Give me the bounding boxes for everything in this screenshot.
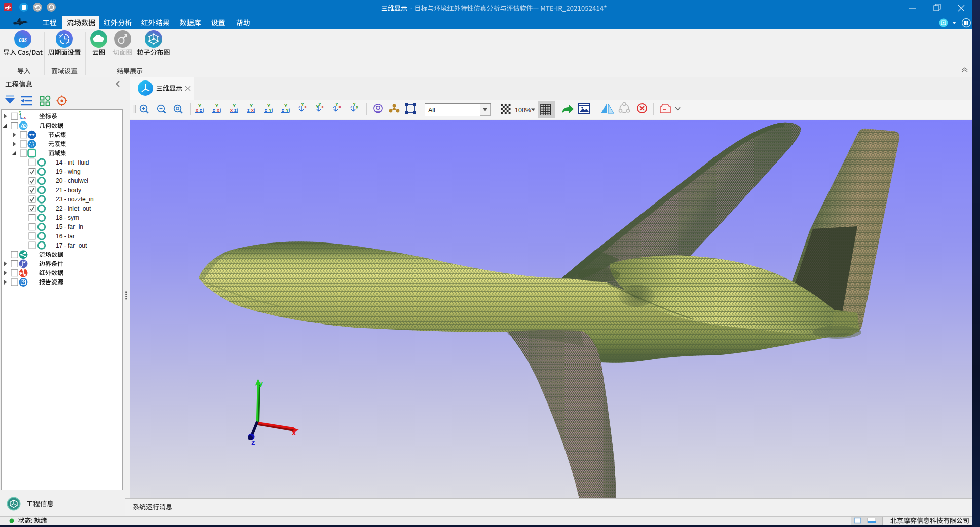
svg-text:Y: Y — [284, 103, 287, 108]
svg-text:z: z — [200, 108, 202, 113]
svg-text:Y: Y — [353, 102, 356, 107]
svg-text:Y: Y — [233, 103, 236, 108]
svg-text:22 - inlet_out: 22 - inlet_out — [56, 205, 91, 212]
svg-text:x: x — [217, 108, 219, 113]
svg-text:y: y — [259, 379, 263, 387]
svg-text:Y: Y — [215, 103, 218, 108]
svg-text:17 - far_out: 17 - far_out — [56, 242, 87, 249]
svg-text:All: All — [428, 107, 435, 114]
svg-text:x: x — [338, 104, 341, 109]
svg-text:19 - wing: 19 - wing — [56, 168, 81, 175]
svg-text:x: x — [24, 116, 26, 119]
svg-text:z: z — [247, 108, 250, 113]
svg-text:z: z — [21, 116, 23, 119]
svg-text:16 - far: 16 - far — [56, 233, 75, 240]
svg-text:x: x — [251, 108, 254, 113]
svg-text:Y: Y — [250, 103, 253, 108]
svg-text:z: z — [282, 108, 284, 113]
svg-text:x: x — [196, 108, 198, 113]
svg-text:Y: Y — [286, 108, 289, 113]
svg-text:x: x — [292, 428, 296, 437]
svg-text:18 - sym: 18 - sym — [56, 214, 79, 221]
svg-text:20 - chuiwei: 20 - chuiwei — [56, 177, 88, 184]
svg-text:Y: Y — [318, 102, 321, 107]
svg-text:x: x — [304, 104, 307, 109]
svg-text:Y: Y — [198, 103, 201, 108]
svg-text:Y: Y — [335, 102, 338, 107]
svg-text:cas: cas — [19, 36, 27, 43]
svg-text:Y: Y — [269, 108, 272, 113]
svg-text:z: z — [213, 108, 215, 113]
svg-text:x: x — [230, 108, 233, 113]
svg-text:z: z — [234, 108, 237, 113]
svg-text:z: z — [251, 438, 255, 447]
svg-text:Y: Y — [267, 103, 270, 108]
svg-text:Y: Y — [301, 102, 304, 107]
svg-text:100%: 100% — [515, 107, 531, 114]
svg-text:23 - nozzle_in: 23 - nozzle_in — [56, 196, 94, 203]
svg-text:y: y — [356, 104, 358, 109]
svg-text:15 - far_in: 15 - far_in — [56, 223, 83, 230]
svg-text:Y: Y — [19, 110, 21, 114]
svg-text:x: x — [321, 104, 324, 109]
svg-text:21 - body: 21 - body — [56, 187, 81, 194]
svg-text:14 - int_fluid: 14 - int_fluid — [56, 159, 89, 166]
svg-text:z: z — [265, 108, 267, 113]
